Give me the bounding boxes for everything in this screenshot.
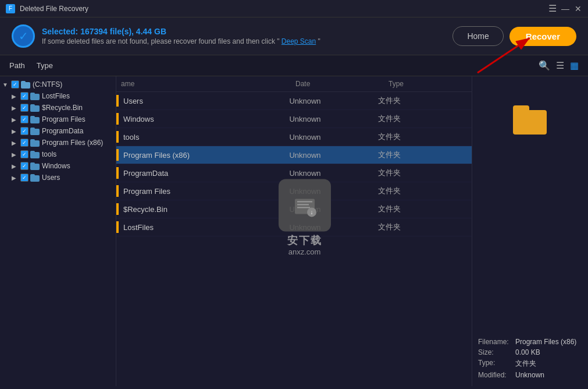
file-name: ProgramData [121, 169, 284, 178]
sidebar-label-programdata: ProgramData [42, 127, 113, 135]
tree-toggle-programfilesx86[interactable]: ▶ [12, 140, 19, 146]
file-date: Unknown [284, 169, 373, 178]
folder-icon-windows [30, 162, 40, 170]
detail-filename-row: Filename: Program Files (x86) [478, 337, 582, 347]
sidebar-label-lostfiles: LostFiles [42, 92, 113, 100]
tree-toggle-tools[interactable]: ▶ [12, 151, 19, 158]
detail-modified-row: Modified: Unknown [478, 370, 582, 380]
checkbox-programdata[interactable]: ✓ [20, 127, 28, 135]
table-row[interactable]: ProgramData Unknown 文件夹 [116, 164, 472, 182]
header-text: Selected: 167394 file(s), 4.44 GB If som… [42, 27, 320, 45]
tree-toggle-users[interactable]: ▶ [12, 175, 19, 181]
file-type: 文件夹 [373, 222, 462, 232]
header: ✓ Selected: 167394 file(s), 4.44 GB If s… [0, 17, 588, 55]
menu-icon[interactable]: ☰ [548, 3, 557, 14]
main-content: ▼ ✓ (C:NTFS) ▶ ✓ LostFiles ▶ ✓ $Recycle.… [0, 76, 588, 386]
title-bar-left: F Deleted File Recovery [6, 4, 88, 13]
file-date: Unknown [284, 187, 373, 196]
sidebar-label-root: (C:NTFS) [33, 80, 113, 89]
grid-icon[interactable]: ▦ [570, 60, 579, 71]
file-type: 文件夹 [373, 204, 462, 214]
check-icon: ✓ [12, 24, 35, 48]
nav-type[interactable]: Type [37, 59, 53, 72]
sidebar-label-recycle: $Recycle.Bin [42, 104, 113, 112]
sidebar-label-programfiles: Program Files [42, 115, 113, 123]
app-icon: F [6, 4, 15, 13]
file-type: 文件夹 [373, 168, 462, 178]
detail-type-label: Type: [478, 359, 513, 369]
file-bar [116, 221, 119, 233]
tree-toggle-programdata[interactable]: ▶ [12, 128, 19, 135]
file-name: LostFiles [121, 223, 284, 232]
tree-toggle-programfiles[interactable]: ▶ [12, 116, 19, 123]
sidebar-item-windows[interactable]: ▶ ✓ Windows [9, 160, 116, 172]
list-icon[interactable]: ☰ [556, 60, 564, 71]
sidebar-item-root[interactable]: ▼ ✓ (C:NTFS) [0, 79, 116, 90]
close-button[interactable]: ✕ [574, 5, 582, 13]
file-bar [116, 203, 119, 215]
sidebar-item-programfiles[interactable]: ▶ ✓ Program Files [9, 114, 116, 125]
table-row[interactable]: Users Unknown 文件夹 [116, 92, 472, 110]
sidebar-item-users[interactable]: ▶ ✓ Users [9, 172, 116, 183]
checkbox-root[interactable]: ✓ [11, 80, 19, 89]
sidebar-label-windows: Windows [42, 162, 113, 170]
detail-filename-label: Filename: [478, 338, 513, 346]
file-bar [116, 95, 119, 107]
checkbox-programfiles[interactable]: ✓ [20, 115, 28, 123]
sidebar-label-users: Users [42, 174, 113, 182]
tree-toggle-windows[interactable]: ▶ [12, 163, 19, 169]
recover-button[interactable]: Recover [509, 27, 576, 46]
deep-scan-link[interactable]: Deep Scan [281, 37, 316, 45]
col-header-type: Type [384, 79, 472, 89]
tree-toggle-lostfiles[interactable]: ▶ [12, 93, 19, 100]
search-icon[interactable]: 🔍 [539, 60, 550, 71]
scan-info: If some deleted files are not found, ple… [42, 37, 320, 45]
col-header-name: ame [116, 79, 291, 89]
sidebar-label-tools: tools [42, 150, 113, 158]
file-bar [116, 149, 119, 161]
table-row[interactable]: tools Unknown 文件夹 [116, 128, 472, 146]
table-row[interactable]: LostFiles Unknown 文件夹 [116, 218, 472, 236]
detail-modified-value: Unknown [515, 371, 582, 379]
sidebar-item-programdata[interactable]: ▶ ✓ ProgramData [9, 125, 116, 137]
nav-icons: 🔍 ☰ ▦ [539, 60, 579, 71]
home-button[interactable]: Home [452, 26, 503, 46]
file-details: Filename: Program Files (x86) Size: 0.00… [478, 337, 582, 380]
header-buttons: Home Recover [452, 26, 576, 46]
checkbox-windows[interactable]: ✓ [20, 162, 28, 170]
folder-icon-tools [30, 151, 40, 158]
sidebar: ▼ ✓ (C:NTFS) ▶ ✓ LostFiles ▶ ✓ $Recycle.… [0, 76, 116, 386]
tree-toggle-root[interactable]: ▼ [2, 82, 9, 88]
file-bar [116, 131, 119, 143]
file-type: 文件夹 [373, 186, 462, 196]
checkbox-lostfiles[interactable]: ✓ [20, 92, 28, 100]
table-row[interactable]: $Recycle.Bin Unknown 文件夹 [116, 200, 472, 218]
minimize-button[interactable]: — [561, 5, 569, 13]
file-bar [116, 167, 119, 179]
checkbox-programfilesx86[interactable]: ✓ [20, 139, 28, 147]
table-row[interactable]: Program Files Unknown 文件夹 [116, 182, 472, 200]
sidebar-item-recycle[interactable]: ▶ ✓ $Recycle.Bin [9, 102, 116, 114]
sidebar-item-programfilesx86[interactable]: ▶ ✓ Program Files (x86) [9, 137, 116, 148]
folder-icon-lostfiles [30, 93, 40, 100]
checkbox-users[interactable]: ✓ [20, 174, 28, 182]
sidebar-item-tools[interactable]: ▶ ✓ tools [9, 148, 116, 160]
checkbox-recycle[interactable]: ✓ [20, 104, 28, 112]
table-row[interactable]: Windows Unknown 文件夹 [116, 110, 472, 128]
tree-toggle-recycle[interactable]: ▶ [12, 105, 19, 111]
file-date: Unknown [284, 133, 373, 142]
title-bar-controls: ☰ — ✕ [548, 3, 582, 14]
file-name: Windows [121, 115, 284, 123]
file-list-container: ame Date Type Size Users Unknown 文件夹 Win… [116, 76, 472, 386]
nav-path[interactable]: Path [9, 59, 25, 72]
sidebar-label-programfilesx86: Program Files (x86) [42, 139, 113, 147]
file-type: 文件夹 [373, 114, 462, 124]
file-name: Program Files (x86) [121, 151, 284, 160]
checkbox-tools[interactable]: ✓ [20, 150, 28, 158]
folder-icon-programfiles [30, 116, 40, 123]
table-row[interactable]: Program Files (x86) Unknown 文件夹 [116, 146, 472, 164]
preview-folder-icon [513, 105, 548, 135]
file-name: Program Files [121, 187, 284, 196]
folder-icon-root [21, 81, 30, 89]
sidebar-item-lostfiles[interactable]: ▶ ✓ LostFiles [9, 90, 116, 102]
